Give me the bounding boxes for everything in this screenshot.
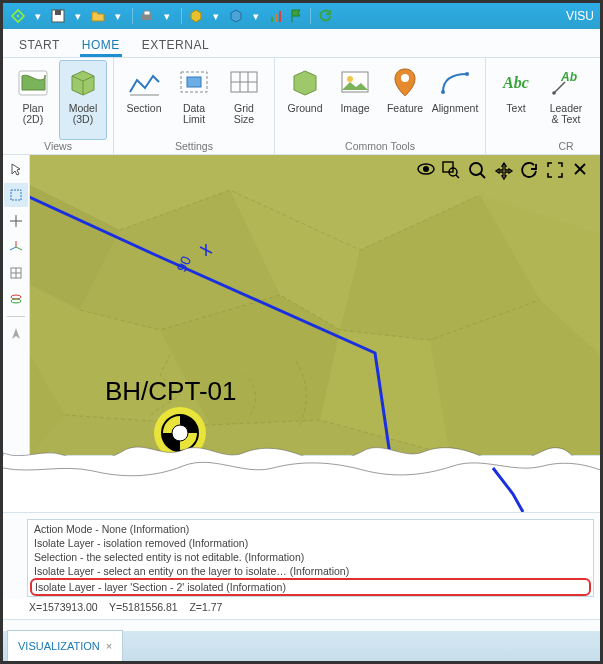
dropdown-icon[interactable]: ▾ <box>247 7 265 25</box>
flag-icon[interactable] <box>287 7 305 25</box>
status-y: Y=5181556.81 <box>109 601 178 613</box>
pointer-icon[interactable] <box>4 157 28 181</box>
grid-size-button[interactable]: Grid Size <box>220 60 268 140</box>
svg-rect-55 <box>443 162 453 172</box>
north-icon[interactable] <box>4 322 28 346</box>
grid-size-label: Grid Size <box>223 103 265 127</box>
canvas-area: 90 BH/CPT-01 <box>3 155 600 456</box>
layers-icon[interactable] <box>4 287 28 311</box>
grid-icon[interactable] <box>4 261 28 285</box>
svg-rect-6 <box>275 14 277 22</box>
quick-access-toolbar: ▾ ▾ ▾ ▾ ▾ ▾ <box>9 7 334 25</box>
cr-caption: CR <box>492 140 603 154</box>
pan-icon[interactable] <box>494 161 514 181</box>
svg-rect-5 <box>271 17 273 22</box>
svg-point-20 <box>465 72 469 76</box>
dropdown-icon[interactable]: ▾ <box>207 7 225 25</box>
svg-rect-4 <box>144 11 150 15</box>
dropdown-icon[interactable]: ▾ <box>29 7 47 25</box>
svg-line-57 <box>456 175 459 178</box>
plan-2d-label: Plan (2D) <box>12 103 54 127</box>
model-3d-label: Model (3D) <box>62 103 104 127</box>
app-title: VISU <box>566 9 594 23</box>
axes-icon[interactable] <box>4 235 28 259</box>
svg-rect-7 <box>279 11 281 22</box>
alignment-label: Alignment <box>432 103 479 127</box>
svg-text:Ab: Ab <box>560 70 577 84</box>
svg-line-31 <box>10 247 16 250</box>
document-tabs: VISUALIZATION × <box>3 631 600 661</box>
text-label: Text <box>506 103 525 127</box>
svg-point-19 <box>441 90 445 94</box>
zoom-window-icon[interactable] <box>442 161 462 181</box>
dropdown-icon[interactable]: ▾ <box>109 7 127 25</box>
text-button[interactable]: AbcText <box>492 60 540 140</box>
svg-rect-11 <box>187 77 201 87</box>
dropdown-icon[interactable]: ▾ <box>158 7 176 25</box>
log-line: Isolate Layer - select an entity on the … <box>34 564 587 578</box>
views-caption: Views <box>9 140 107 154</box>
log-panel: Action Mode - None (Information) Isolate… <box>27 519 594 597</box>
svg-line-30 <box>16 247 22 250</box>
svg-point-22 <box>552 91 556 95</box>
log-line-highlighted: Isolate Layer - layer 'Section - 2' isol… <box>30 578 591 596</box>
section-label: Section <box>126 103 161 127</box>
title-bar: ▾ ▾ ▾ ▾ ▾ ▾ VISU <box>3 3 600 29</box>
cube-blue-icon[interactable] <box>227 7 245 25</box>
vertical-toolbar <box>3 155 30 455</box>
svg-point-18 <box>401 74 409 82</box>
svg-point-36 <box>11 299 21 303</box>
extents-icon[interactable] <box>546 161 566 181</box>
orbit-icon[interactable] <box>520 161 540 181</box>
eye-icon[interactable] <box>416 161 436 181</box>
marquee-icon[interactable] <box>4 183 28 207</box>
3d-viewport[interactable]: 90 BH/CPT-01 <box>30 155 600 455</box>
leader-text-button[interactable]: AbLeader & Text <box>542 60 590 140</box>
status-z: Z=1.77 <box>189 601 222 613</box>
close-icon[interactable] <box>572 161 592 181</box>
ribbon: Plan (2D) Model (3D) Views Section Data … <box>3 58 600 155</box>
alignment-button[interactable]: Alignment <box>431 60 479 140</box>
group-views: Plan (2D) Model (3D) Views <box>3 58 114 154</box>
svg-point-52 <box>172 425 188 441</box>
group-common-tools: Ground Image Feature Alignment Common To… <box>275 58 486 154</box>
image-label: Image <box>340 103 369 127</box>
zoom-icon[interactable] <box>468 161 488 181</box>
status-x: X=1573913.00 <box>29 601 98 613</box>
ground-label: Ground <box>287 103 322 127</box>
group-annotate: AbcText AbLeader & Text Point CR <box>486 58 603 154</box>
close-tab-icon[interactable]: × <box>106 640 112 652</box>
status-bar: X=1573913.00 Y=5181556.81 Z=1.77 <box>3 599 600 620</box>
data-limit-label: Data Limit <box>173 103 215 127</box>
cube-yellow-icon[interactable] <box>187 7 205 25</box>
image-button[interactable]: Image <box>331 60 379 140</box>
ribbon-tabs: START HOME EXTERNAL <box>3 29 600 58</box>
point-button[interactable]: Point <box>592 60 603 140</box>
svg-point-35 <box>11 295 21 299</box>
svg-marker-45 <box>320 330 450 455</box>
refresh-icon[interactable] <box>316 7 334 25</box>
doc-tab-visualization[interactable]: VISUALIZATION × <box>7 630 123 661</box>
borehole-label: BH/CPT-01 <box>105 376 237 406</box>
data-limit-button[interactable]: Data Limit <box>170 60 218 140</box>
section-button[interactable]: Section <box>120 60 168 140</box>
save-icon[interactable] <box>49 7 67 25</box>
settings-caption: Settings <box>120 140 268 154</box>
feature-label: Feature <box>387 103 423 127</box>
open-icon[interactable] <box>89 7 107 25</box>
tab-external[interactable]: EXTERNAL <box>140 32 211 57</box>
plan-2d-button[interactable]: Plan (2D) <box>9 60 57 140</box>
dropdown-icon[interactable]: ▾ <box>69 7 87 25</box>
chart-icon[interactable] <box>267 7 285 25</box>
profile-strip <box>3 456 600 513</box>
crosshair-icon[interactable] <box>4 209 28 233</box>
svg-rect-26 <box>11 190 21 200</box>
print-icon[interactable] <box>138 7 156 25</box>
ground-button[interactable]: Ground <box>281 60 329 140</box>
feature-button[interactable]: Feature <box>381 60 429 140</box>
svg-line-59 <box>480 173 485 178</box>
tab-home[interactable]: HOME <box>80 32 122 57</box>
tab-start[interactable]: START <box>17 32 62 57</box>
svg-rect-2 <box>55 10 61 15</box>
model-3d-button[interactable]: Model (3D) <box>59 60 107 140</box>
